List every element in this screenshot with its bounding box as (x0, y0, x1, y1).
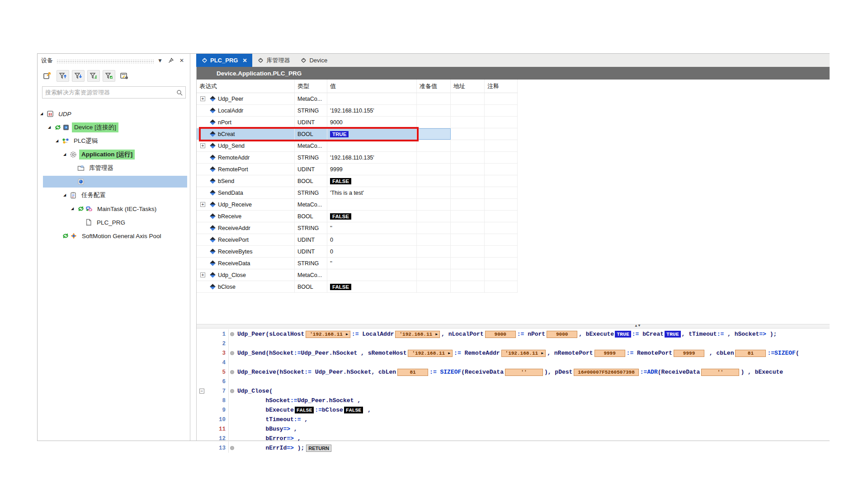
breakpoint-dot-icon[interactable] (230, 370, 234, 374)
cell-prepared-value[interactable] (417, 140, 451, 151)
cell-prepared-value[interactable] (417, 152, 451, 163)
cell-expression[interactable]: +Udp_Peer (197, 93, 295, 104)
tree-item-application[interactable]: ◢Application [运行] (38, 148, 190, 161)
tree-expand-arrow-icon[interactable]: ◢ (40, 112, 43, 116)
cell-expression[interactable]: bCreat (197, 128, 295, 140)
st-code-editor[interactable]: 1Udp_Peer(sLocalHost'192.168.11▶:= Local… (197, 329, 830, 441)
watch-row-SendData[interactable]: SendDataSTRING'This is a test' (197, 187, 518, 199)
code-line-10[interactable]: 10 tTimeout:= , (197, 415, 830, 424)
cell-value[interactable]: 0 (327, 234, 417, 245)
chevron-down-icon[interactable]: ▼ (156, 56, 165, 65)
cell-value[interactable] (327, 140, 417, 151)
watch-row-ReceivePort[interactable]: ReceivePortUDINT0 (197, 234, 518, 246)
expand-plus-icon[interactable]: + (200, 272, 205, 277)
monitor-expand-arrow-icon[interactable]: ▶ (541, 351, 543, 355)
inline-monitor-value[interactable]: 9000 (547, 331, 577, 338)
cell-value[interactable]: 0 (327, 246, 417, 257)
cell-expression[interactable]: ReceiveBytes (197, 246, 295, 257)
inline-monitor-value[interactable]: '192.168.11▶ (408, 350, 453, 357)
column-header-3[interactable]: 值 (327, 80, 417, 93)
cell-value[interactable] (327, 199, 417, 210)
watch-row-LocalAddr[interactable]: LocalAddrSTRING'192.168.110.155' (197, 105, 518, 117)
watch-row-nPort[interactable]: nPortUDINT9000 (197, 117, 518, 128)
column-header-4[interactable]: 准备值 (417, 80, 451, 93)
breakpoint-dot-icon[interactable] (230, 446, 234, 450)
search-input[interactable] (45, 89, 176, 96)
tree-item-library-manager[interactable]: 库管理器 (38, 161, 190, 175)
cell-expression[interactable]: bSend (197, 175, 295, 187)
inline-monitor-value[interactable]: 9999 (594, 350, 625, 357)
inline-monitor-value[interactable]: '192.168.11▶ (501, 350, 546, 357)
watch-row-bClose[interactable]: bCloseBOOLFALSE (197, 281, 518, 293)
inline-monitor-value[interactable]: '' (505, 369, 543, 376)
cell-value[interactable]: 'This is a test' (327, 187, 417, 198)
cell-prepared-value[interactable] (417, 211, 451, 222)
cell-value[interactable]: 9000 (327, 117, 417, 128)
cell-prepared-value[interactable] (417, 269, 451, 281)
export-icon[interactable] (41, 70, 54, 82)
code-line-11[interactable]: 11 bBusy=> , (197, 424, 830, 434)
tab-close-icon[interactable]: ✕ (242, 57, 247, 64)
cell-expression[interactable]: ReceivePort (197, 234, 295, 245)
monitor-expand-arrow-icon[interactable]: ▶ (346, 332, 348, 336)
code-line-6[interactable]: 6 (197, 377, 830, 386)
code-line-7[interactable]: −7Udp_Close( (197, 386, 830, 396)
expand-plus-icon[interactable]: + (200, 96, 205, 101)
cell-expression[interactable]: RemoteAddr (197, 152, 295, 163)
cell-value[interactable] (327, 269, 417, 281)
cell-value[interactable]: FALSE (327, 211, 417, 222)
tree-expand-arrow-icon[interactable]: ◢ (71, 206, 74, 211)
tab-device[interactable]: Device (295, 54, 333, 67)
cell-prepared-value[interactable] (417, 117, 451, 128)
tree-item-device[interactable]: ◢Device [连接的] (38, 121, 190, 134)
code-line-3[interactable]: 3Udp_Send(hSocket:=Udp_Peer.hSocket , sR… (197, 348, 830, 358)
inline-monitor-value[interactable]: 9999 (674, 350, 704, 357)
cell-prepared-value[interactable] (417, 175, 451, 187)
tree-expand-arrow-icon[interactable]: ◢ (56, 139, 58, 143)
watch-row-Udp_Peer[interactable]: +Udp_PeerMetaCo... (197, 93, 518, 105)
cell-prepared-value[interactable] (417, 164, 451, 175)
tab-library-manager[interactable]: 库管理器 (252, 54, 295, 67)
code-line-13[interactable]: 13 nErrId=> );RETURN (197, 443, 830, 453)
cell-expression[interactable]: bClose (197, 281, 295, 292)
inline-monitor-value[interactable]: 9000 (485, 331, 516, 338)
watch-row-RemoteAddr[interactable]: RemoteAddrSTRING'192.168.110.135' (197, 152, 518, 164)
cell-value[interactable]: FALSE (327, 175, 417, 187)
filter-sort-icon[interactable] (87, 70, 100, 82)
tree-expand-arrow-icon[interactable]: ◢ (63, 152, 66, 156)
watch-row-Udp_Close[interactable]: +Udp_CloseMetaCo... (197, 269, 518, 281)
tree-expand-arrow-icon[interactable]: ◢ (48, 125, 51, 129)
watch-row-ReceiveData[interactable]: ReceiveDataSTRING'' (197, 258, 518, 269)
splitter[interactable]: ▲▼ (197, 324, 830, 328)
expand-plus-icon[interactable]: + (200, 202, 205, 207)
watch-row-Udp_Receive[interactable]: +Udp_ReceiveMetaCo... (197, 199, 518, 211)
cell-prepared-value[interactable] (417, 246, 451, 257)
cell-expression[interactable]: bReceive (197, 211, 295, 222)
cell-expression[interactable]: +Udp_Send (197, 140, 295, 151)
inline-monitor-value[interactable]: 81 (397, 369, 428, 376)
inline-monitor-value[interactable]: '192.168.11▶ (395, 331, 440, 338)
column-header-6[interactable]: 注释 (485, 80, 518, 93)
code-line-9[interactable]: 9 bExecuteFALSE:=bCloseFALSE , (197, 405, 830, 415)
pin-icon[interactable] (166, 56, 175, 65)
tree-item-plc-prg-call[interactable]: N O IPLC_PRG (38, 216, 190, 229)
column-header-5[interactable]: 地址 (451, 80, 485, 93)
breakpoint-dot-icon[interactable] (230, 351, 234, 355)
filter-up-icon[interactable] (57, 70, 69, 82)
cell-expression[interactable]: +Udp_Receive (197, 199, 295, 210)
cell-expression[interactable]: LocalAddr (197, 105, 295, 116)
column-header-1[interactable]: 表达式 (197, 80, 295, 93)
watch-row-bReceive[interactable]: bReceiveBOOLFALSE (197, 211, 518, 222)
breakpoint-dot-icon[interactable] (230, 389, 234, 393)
cell-prepared-value[interactable] (417, 128, 451, 140)
cell-prepared-value[interactable] (417, 222, 451, 234)
cell-expression[interactable]: ReceiveAddr (197, 222, 295, 234)
cell-expression[interactable]: nPort (197, 117, 295, 128)
cell-prepared-value[interactable] (417, 281, 451, 292)
code-line-1[interactable]: 1Udp_Peer(sLocalHost'192.168.11▶:= Local… (197, 329, 830, 339)
cell-prepared-value[interactable] (417, 105, 451, 116)
code-line-8[interactable]: 8 hSocket:=Udp_Peer.hSocket , (197, 396, 830, 405)
monitor-expand-arrow-icon[interactable]: ▶ (435, 332, 438, 336)
watch-row-bSend[interactable]: bSendBOOLFALSE (197, 175, 518, 187)
inline-monitor-value[interactable]: '192.168.11▶ (306, 331, 350, 338)
